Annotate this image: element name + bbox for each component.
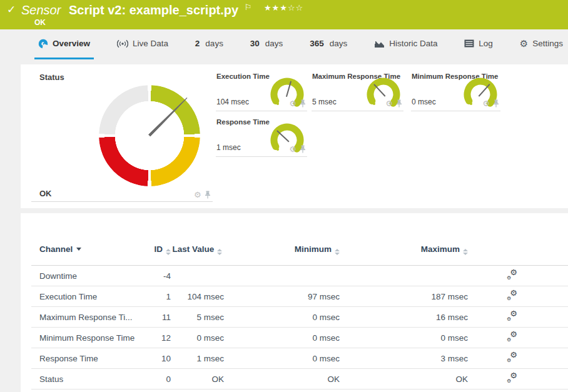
- tab-number: 365: [310, 39, 324, 48]
- cell-channel[interactable]: Minimum Response Time: [31, 333, 139, 343]
- column-header-id[interactable]: ID: [139, 236, 171, 265]
- gear-icon: ⚙: [520, 39, 528, 48]
- tab-label: Overview: [53, 39, 90, 48]
- table-row-execution-time: Execution Time 1 104 msec 97 msec 187 ms…: [31, 286, 568, 307]
- tab-label: Log: [479, 39, 493, 48]
- gear-icon[interactable]: ⚙: [194, 191, 201, 199]
- tab-label: days: [265, 39, 283, 48]
- gauge-panel-response-time: Response Time 1 msec ⚙: [216, 118, 307, 157]
- cell-maximum: 3 msec: [340, 354, 468, 363]
- gauge-value: 104 msec: [216, 98, 249, 106]
- tab-number: 30: [250, 39, 260, 48]
- live-data-icon: [117, 39, 128, 48]
- gear-icon[interactable]: ⚙: [289, 145, 297, 153]
- gauge-value: 1 msec: [216, 143, 241, 152]
- sort-icon: [463, 249, 468, 255]
- cell-maximum: 187 msec: [340, 292, 468, 301]
- priority-stars[interactable]: ★★★☆☆: [264, 3, 303, 13]
- status-value: OK: [39, 189, 52, 198]
- sort-icon: [166, 249, 171, 255]
- gauge-panel-execution-time: Execution Time 104 msec ⚙: [216, 72, 307, 111]
- prtg-sensor-page: ✓ Sensor Script v2: example_script.py ⚐ …: [0, 0, 568, 392]
- gauge-panel-actions: ⚙: [289, 145, 306, 153]
- tab-live-data[interactable]: Live Data: [113, 29, 172, 59]
- overview-gauges-panel: Status OK ⚙ Execution Time 104 msec ⚙: [21, 64, 568, 208]
- tab-label: Live Data: [133, 39, 168, 48]
- cell-last-value: 1 msec: [171, 354, 224, 363]
- table-row-downtime: Downtime -4 ⚙⚙: [31, 266, 568, 286]
- tab-overview[interactable]: Overview: [34, 29, 94, 59]
- table-row-status: Status 0 OK OK OK ⚙⚙: [31, 369, 568, 389]
- table-row-maximum-response-time: Maximum Response Ti... 11 5 msec 0 msec …: [31, 307, 568, 328]
- gauge-title: Execution Time: [216, 73, 270, 80]
- cell-minimum: OK: [224, 374, 340, 384]
- gauge-panel-minimum-response-time: Minimum Response Time 0 msec ⚙: [411, 72, 500, 111]
- tab-log[interactable]: Log: [460, 29, 497, 59]
- pin-icon[interactable]: [300, 99, 306, 108]
- table-row-response-time: Response Time 10 1 msec 0 msec 3 msec ⚙⚙: [31, 348, 568, 369]
- sensor-status-text: OK: [34, 18, 46, 27]
- cell-maximum: 0 msec: [340, 333, 468, 343]
- tab-2-days[interactable]: 2 days: [191, 29, 227, 59]
- tab-label: Historic Data: [389, 39, 437, 48]
- gear-icon[interactable]: ⚙: [289, 99, 297, 108]
- cell-channel[interactable]: Maximum Response Ti...: [31, 313, 139, 322]
- channels-table-panel: Channel ID Last Value Minimum Maximum Do…: [21, 213, 568, 392]
- cell-id: -4: [139, 271, 171, 281]
- cell-id: 0: [139, 374, 171, 384]
- cell-maximum: OK: [340, 374, 468, 384]
- area-chart-icon: [374, 39, 385, 48]
- tab-settings[interactable]: ⚙ Settings: [516, 29, 567, 59]
- pin-icon[interactable]: [396, 99, 402, 108]
- status-panel-actions: ⚙: [194, 191, 211, 199]
- cell-channel[interactable]: Response Time: [31, 354, 139, 363]
- column-header-channel[interactable]: Channel: [31, 236, 139, 265]
- gauge-icon: [38, 39, 48, 49]
- pin-icon[interactable]: [493, 99, 499, 108]
- cell-id: 12: [139, 333, 171, 343]
- tab-30-days[interactable]: 30 days: [246, 29, 287, 59]
- sensor-header: ✓ Sensor Script v2: example_script.py ⚐ …: [0, 0, 568, 29]
- flag-icon[interactable]: ⚐: [245, 3, 252, 12]
- column-header-maximum[interactable]: Maximum: [340, 236, 468, 265]
- pin-icon[interactable]: [300, 145, 306, 153]
- gauge-value: 0 msec: [412, 98, 436, 106]
- cell-channel[interactable]: Downtime: [31, 271, 139, 281]
- ok-check-icon: ✓: [7, 3, 16, 16]
- column-header-minimum[interactable]: Minimum: [224, 236, 340, 265]
- channel-settings-icon[interactable]: ⚙⚙: [507, 270, 517, 280]
- gauge-value: 5 msec: [312, 98, 337, 106]
- tab-historic-data[interactable]: Historic Data: [370, 29, 441, 59]
- tab-365-days[interactable]: 365 days: [306, 29, 351, 59]
- status-panel-title: Status: [39, 73, 64, 82]
- cell-id: 11: [139, 313, 171, 322]
- gauge-panel-actions: ⚙: [385, 99, 402, 108]
- cell-id: 1: [139, 292, 171, 301]
- gear-icon[interactable]: ⚙: [385, 99, 393, 108]
- cell-last-value: 5 msec: [171, 313, 224, 322]
- tab-number: 2: [195, 39, 200, 48]
- sort-icon: [217, 249, 222, 255]
- cell-last-value: OK: [171, 374, 224, 384]
- channel-settings-icon[interactable]: ⚙⚙: [507, 291, 517, 301]
- gauge-panel-maximum-response-time: Maximum Response Time 5 msec ⚙: [312, 72, 403, 111]
- pin-icon[interactable]: [205, 191, 211, 199]
- tab-label: Settings: [532, 39, 563, 48]
- cell-channel[interactable]: Status: [31, 374, 139, 384]
- tab-label: days: [205, 39, 223, 48]
- sensor-name[interactable]: Script v2: example_script.py: [69, 3, 238, 17]
- column-header-last-value[interactable]: Last Value: [171, 236, 224, 265]
- cell-channel[interactable]: Execution Time: [31, 292, 139, 301]
- tab-label: days: [330, 39, 348, 48]
- cell-minimum: 0 msec: [224, 333, 340, 343]
- sort-icon: [335, 249, 340, 255]
- gauge-title: Response Time: [216, 118, 270, 126]
- channel-settings-icon[interactable]: ⚙⚙: [507, 353, 517, 363]
- gauge-panel-actions: ⚙: [289, 99, 306, 108]
- channel-settings-icon[interactable]: ⚙⚙: [507, 311, 517, 321]
- cell-maximum: 16 msec: [340, 313, 468, 322]
- channel-settings-icon[interactable]: ⚙⚙: [507, 373, 517, 383]
- cell-minimum: 0 msec: [224, 354, 340, 363]
- channel-settings-icon[interactable]: ⚙⚙: [507, 332, 517, 342]
- gear-icon[interactable]: ⚙: [482, 99, 490, 108]
